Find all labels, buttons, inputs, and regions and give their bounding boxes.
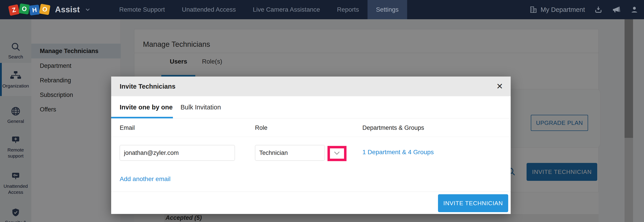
modal-header: Invite Technicians ✕: [111, 76, 511, 96]
chevron-down-icon: [332, 148, 342, 158]
nav-unattended-access[interactable]: Unattended Access: [173, 0, 244, 19]
role-dropdown-arrow[interactable]: [325, 145, 349, 161]
logo-block: Z: [8, 4, 20, 16]
download-icon[interactable]: [594, 6, 602, 14]
role-dropdown[interactable]: Technician: [255, 145, 325, 161]
zoho-logo[interactable]: Z O H O Assist: [9, 5, 91, 14]
user-avatar-icon[interactable]: [630, 5, 639, 14]
logo-block: H: [29, 4, 40, 16]
modal-title: Invite Technicians: [120, 76, 175, 96]
nav-settings[interactable]: Settings: [368, 0, 407, 19]
divider: [111, 137, 511, 137]
topbar: Z O H O Assist Remote Support Unattended…: [0, 0, 644, 19]
column-header-email: Email: [120, 118, 135, 137]
modal-active-tab-underline: [111, 117, 173, 118]
product-name: Assist: [55, 5, 80, 14]
announcement-icon[interactable]: [612, 5, 621, 14]
nav-reports[interactable]: Reports: [328, 0, 368, 19]
app-root: Z O H O Assist Remote Support Unattended…: [0, 0, 644, 222]
close-icon[interactable]: ✕: [496, 82, 503, 91]
top-nav: Remote Support Unattended Access Live Ca…: [111, 0, 407, 19]
nav-remote-support[interactable]: Remote Support: [111, 0, 173, 19]
divider: [111, 192, 511, 192]
invite-technicians-modal: Invite Technicians ✕ Invite one by one B…: [111, 76, 511, 214]
building-icon: [530, 6, 538, 14]
logo-block: O: [39, 4, 50, 15]
column-header-departments-groups: Departments & Groups: [362, 118, 424, 137]
topbar-right-cluster: My Department: [530, 0, 639, 19]
add-another-email-link[interactable]: Add another email: [120, 176, 170, 182]
role-selected-value: Technician: [259, 150, 288, 156]
modal-tabs: Invite one by one Bulk Invitation: [111, 96, 511, 118]
chevron-down-icon[interactable]: [84, 6, 91, 13]
department-label: My Department: [541, 6, 585, 14]
logo-block: O: [18, 3, 30, 14]
email-input[interactable]: [120, 145, 235, 161]
column-header-role: Role: [255, 118, 268, 137]
tab-bulk-invitation[interactable]: Bulk Invitation: [180, 96, 221, 118]
tab-invite-one-by-one[interactable]: Invite one by one: [120, 96, 173, 118]
departments-groups-link[interactable]: 1 Department & 4 Groups: [362, 148, 434, 156]
nav-live-camera-assistance[interactable]: Live Camera Assistance: [244, 0, 328, 19]
invite-technician-submit-button[interactable]: INVITE TECHNICIAN: [438, 194, 508, 212]
department-switcher[interactable]: My Department: [530, 6, 585, 14]
